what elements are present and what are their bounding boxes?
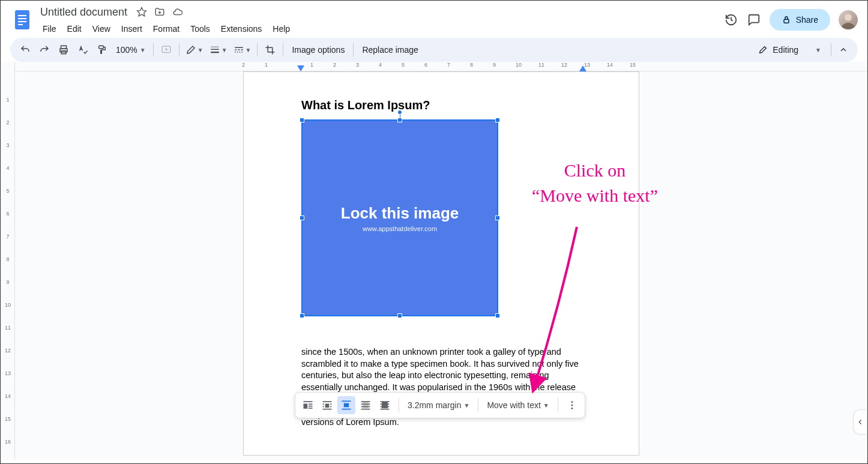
spellcheck-icon[interactable]: [74, 41, 92, 59]
wrap-break-icon[interactable]: [337, 396, 355, 414]
svg-rect-38: [342, 401, 351, 402]
svg-rect-34: [330, 404, 332, 405]
separator: [558, 398, 558, 412]
print-icon[interactable]: [55, 41, 73, 59]
horizontal-ruler: 21123456789101112131415: [15, 62, 867, 71]
paint-format-icon[interactable]: [93, 41, 111, 59]
svg-rect-46: [381, 401, 390, 402]
svg-point-7: [845, 14, 852, 21]
svg-rect-21: [237, 52, 238, 53]
move-with-text-dropdown[interactable]: Move with text▼: [483, 400, 552, 410]
svg-marker-5: [137, 8, 146, 16]
svg-rect-31: [323, 401, 332, 402]
comments-icon[interactable]: [747, 13, 761, 27]
separator: [831, 43, 831, 56]
replace-image-button[interactable]: Replace image: [357, 45, 423, 55]
menu-file[interactable]: File: [38, 22, 61, 36]
menu-tools[interactable]: Tools: [185, 22, 215, 36]
svg-rect-20: [235, 52, 236, 53]
menubar: File Edit View Insert Format Tools Exten…: [38, 22, 724, 36]
workspace: 12345678910111213141516 2112345678910111…: [1, 62, 867, 460]
svg-rect-45: [361, 409, 370, 410]
resize-handle-tr[interactable]: [495, 118, 500, 122]
svg-marker-24: [297, 65, 304, 71]
selected-image[interactable]: Lock this image www.appsthatdeliver.com: [301, 119, 498, 316]
svg-rect-49: [381, 409, 390, 410]
resize-handle-tl[interactable]: [300, 118, 304, 122]
menu-insert[interactable]: Insert: [116, 22, 147, 36]
star-icon[interactable]: [136, 6, 148, 18]
svg-rect-30: [309, 408, 313, 409]
border-dash-icon[interactable]: ▼: [231, 41, 254, 59]
share-button[interactable]: Share: [770, 9, 830, 31]
svg-rect-39: [344, 403, 349, 408]
svg-rect-2: [18, 18, 26, 19]
toolbar: 100%▼ ▼ ▼ ▼ Image options Replace image …: [10, 38, 858, 62]
collapse-toolbar-icon[interactable]: [835, 41, 852, 58]
svg-rect-26: [304, 401, 313, 402]
heading-text[interactable]: What is Lorem Ipsum?: [301, 98, 581, 112]
redo-icon[interactable]: [35, 41, 53, 59]
svg-rect-28: [309, 404, 313, 405]
svg-rect-3: [18, 21, 26, 22]
wrap-behind-icon[interactable]: [357, 396, 375, 414]
annotation-arrow-icon: [523, 224, 595, 398]
cloud-saved-icon[interactable]: [172, 6, 184, 18]
resize-handle-br[interactable]: [495, 313, 500, 318]
toolbar-container: 100%▼ ▼ ▼ ▼ Image options Replace image …: [1, 38, 867, 62]
svg-rect-33: [323, 404, 325, 405]
menu-format[interactable]: Format: [148, 22, 184, 36]
resize-handle-ml[interactable]: [300, 215, 304, 220]
image-sub-text: www.appsthatdeliver.com: [363, 225, 437, 232]
rotate-handle[interactable]: [397, 110, 402, 115]
docs-logo-icon[interactable]: [10, 8, 34, 32]
image-options-button[interactable]: Image options: [287, 45, 349, 55]
svg-rect-1: [18, 15, 26, 16]
menu-edit[interactable]: Edit: [62, 22, 86, 36]
svg-rect-36: [330, 406, 332, 408]
menu-extensions[interactable]: Extensions: [216, 22, 267, 36]
editing-mode-dropdown[interactable]: Editing ▼: [752, 43, 827, 57]
svg-rect-42: [361, 401, 370, 402]
add-comment-icon[interactable]: [157, 41, 175, 59]
svg-rect-40: [342, 409, 351, 410]
svg-rect-22: [239, 52, 240, 53]
menu-view[interactable]: View: [88, 22, 115, 36]
zoom-dropdown[interactable]: 100%▼: [112, 45, 149, 55]
editing-label: Editing: [773, 45, 798, 55]
svg-rect-4: [18, 24, 23, 25]
border-weight-icon[interactable]: ▼: [207, 41, 230, 59]
history-icon[interactable]: [724, 13, 738, 27]
resize-handle-bm[interactable]: [397, 313, 402, 318]
svg-rect-50: [382, 402, 388, 408]
undo-icon[interactable]: [16, 41, 34, 59]
wrap-front-icon[interactable]: [376, 396, 394, 414]
wrap-text-icon[interactable]: [318, 396, 336, 414]
separator: [478, 398, 478, 412]
svg-point-51: [571, 401, 573, 403]
wrap-inline-icon[interactable]: [299, 396, 317, 414]
avatar[interactable]: [839, 10, 858, 29]
zoom-value: 100%: [116, 45, 137, 55]
border-color-icon[interactable]: ▼: [183, 41, 206, 59]
resize-handle-bl[interactable]: [300, 313, 304, 318]
header: Untitled document File Edit View Insert …: [1, 1, 867, 38]
svg-rect-18: [238, 49, 240, 50]
svg-rect-32: [325, 404, 330, 408]
svg-rect-16: [235, 47, 243, 49]
menu-help[interactable]: Help: [268, 22, 295, 36]
separator: [353, 43, 354, 56]
svg-rect-6: [784, 19, 789, 23]
svg-rect-41: [363, 402, 369, 408]
svg-rect-15: [211, 52, 219, 53]
crop-icon[interactable]: [261, 41, 279, 59]
svg-rect-29: [309, 406, 313, 407]
resize-handle-mr[interactable]: [495, 215, 500, 220]
side-panel-expand-icon[interactable]: [853, 409, 866, 435]
margin-dropdown[interactable]: 3.2mm margin▼: [404, 400, 473, 410]
move-to-folder-icon[interactable]: [154, 6, 166, 18]
more-options-icon[interactable]: [563, 396, 581, 414]
separator: [257, 43, 258, 56]
document-title[interactable]: Untitled document: [38, 6, 130, 19]
resize-handle-tm[interactable]: [397, 118, 402, 122]
